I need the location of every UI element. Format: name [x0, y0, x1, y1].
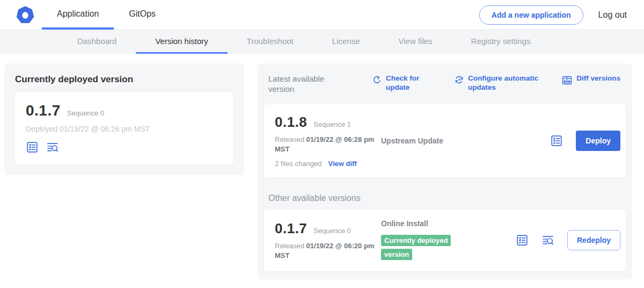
- other-sequence-label: Sequence 0: [313, 227, 350, 235]
- latest-version-info: 0.1.8 Sequence 1 Released 01/19/22 @ 06:…: [275, 114, 381, 168]
- currently-deployed-badge-wrap: Currently deployed version: [381, 233, 467, 262]
- released-label: Released: [275, 242, 304, 250]
- subnav-tab-registry-settings[interactable]: Registry settings: [452, 30, 550, 54]
- app-logo-icon: [16, 6, 34, 24]
- deployed-version-card: 0.1.7 Sequence 0 Deployed 01/19/22 @ 06:…: [15, 92, 233, 164]
- latest-files-row: 2 files changed View diff: [275, 160, 381, 168]
- preflight-checklist-icon[interactable]: [26, 141, 39, 154]
- subnav-tab-dashboard-label: Dashboard: [77, 37, 116, 46]
- preflight-checklist-icon[interactable]: [516, 234, 529, 247]
- preflight-checklist-icon[interactable]: [550, 134, 563, 147]
- latest-version-number: 0.1.8: [275, 114, 307, 131]
- deployed-timestamp: Deployed 01/19/22 @ 06:26 pm MST: [26, 125, 223, 133]
- app-subnav: Dashboard Version history Troubleshoot L…: [0, 30, 644, 54]
- redeploy-button[interactable]: Redeploy: [567, 230, 620, 250]
- configure-updates-label: Configure automatic updates: [468, 74, 547, 92]
- logout-button[interactable]: Log out: [598, 10, 627, 20]
- deployed-sequence-label: Sequence 0: [67, 109, 104, 117]
- other-actions: Redeploy: [516, 230, 620, 250]
- other-version-card: 0.1.7 Sequence 0 Released 01/19/22 @ 06:…: [264, 210, 626, 271]
- deployed-version-row: 0.1.7 Sequence 0: [26, 102, 223, 119]
- check-for-update-label: Check for update: [386, 74, 425, 92]
- tab-application[interactable]: Application: [42, 0, 114, 30]
- deploy-button[interactable]: Deploy: [576, 131, 620, 151]
- other-versions-title: Other available versions: [268, 193, 626, 203]
- other-source-label: Online Install: [381, 219, 488, 228]
- subnav-tab-troubleshoot[interactable]: Troubleshoot: [228, 30, 313, 54]
- tab-application-label: Application: [57, 9, 99, 19]
- available-panel-title: Latest available version: [268, 74, 342, 95]
- available-versions-panel: Latest available version Check for updat…: [258, 63, 632, 279]
- deployed-version-number: 0.1.7: [26, 102, 61, 119]
- other-version-info: 0.1.7 Sequence 0 Released 01/19/22 @ 06:…: [275, 220, 381, 261]
- diff-versions-button[interactable]: Diff versions: [561, 74, 620, 86]
- view-logs-icon[interactable]: [46, 141, 59, 154]
- view-diff-link[interactable]: View diff: [328, 160, 356, 168]
- diff-columns-icon: [561, 75, 573, 86]
- currently-deployed-badge: Currently deployed version: [381, 235, 451, 260]
- subnav-tab-view-files[interactable]: View files: [379, 30, 451, 54]
- available-header: Latest available version Check for updat…: [264, 74, 626, 95]
- latest-sequence-label: Sequence 1: [313, 120, 350, 128]
- tab-gitops-label: GitOps: [129, 9, 156, 19]
- subnav-tab-troubleshoot-label: Troubleshoot: [247, 37, 294, 46]
- subnav-tab-license-label: License: [332, 37, 360, 46]
- subnav-tab-registry-settings-label: Registry settings: [471, 37, 531, 46]
- deployed-actions: [26, 141, 223, 154]
- subnav-tab-version-history[interactable]: Version history: [136, 30, 227, 54]
- subnav-tab-dashboard[interactable]: Dashboard: [58, 30, 136, 54]
- clock-refresh-icon: [454, 75, 464, 85]
- add-application-button[interactable]: Add a new application: [479, 5, 583, 25]
- tab-gitops[interactable]: GitOps: [114, 0, 171, 30]
- check-for-update-button[interactable]: Check for update: [372, 74, 425, 92]
- app-logo[interactable]: [16, 6, 34, 24]
- other-source-column: Online Install Currently deployed versio…: [381, 219, 488, 262]
- latest-actions: Deploy: [550, 131, 620, 151]
- diff-versions-label: Diff versions: [576, 74, 620, 83]
- latest-source-column: Upstream Update: [381, 136, 488, 145]
- other-released-timestamp: Released 01/19/22 @ 06:20 pm MST: [275, 241, 381, 261]
- configure-updates-button[interactable]: Configure automatic updates: [454, 74, 547, 92]
- deployed-panel-title: Currently deployed version: [15, 74, 233, 85]
- released-label: Released: [275, 135, 304, 143]
- latest-version-card: 0.1.8 Sequence 1 Released 01/19/22 @ 06:…: [264, 104, 626, 177]
- latest-source-label: Upstream Update: [381, 136, 488, 145]
- main-content: Currently deployed version 0.1.7 Sequenc…: [0, 54, 644, 279]
- header-tabs: Application GitOps: [42, 0, 171, 30]
- other-version-number: 0.1.7: [275, 220, 307, 237]
- subnav-tab-version-history-label: Version history: [155, 37, 208, 46]
- refresh-icon: [372, 75, 382, 85]
- view-logs-icon[interactable]: [541, 234, 554, 247]
- files-changed-label: 2 files changed: [275, 160, 321, 168]
- top-header: Application GitOps Add a new application…: [0, 0, 644, 30]
- subnav-tab-view-files-label: View files: [398, 37, 432, 46]
- subnav-tab-license[interactable]: License: [313, 30, 379, 54]
- currently-deployed-panel: Currently deployed version 0.1.7 Sequenc…: [4, 63, 244, 175]
- latest-released-timestamp: Released 01/19/22 @ 06:28 pm MST: [275, 135, 381, 154]
